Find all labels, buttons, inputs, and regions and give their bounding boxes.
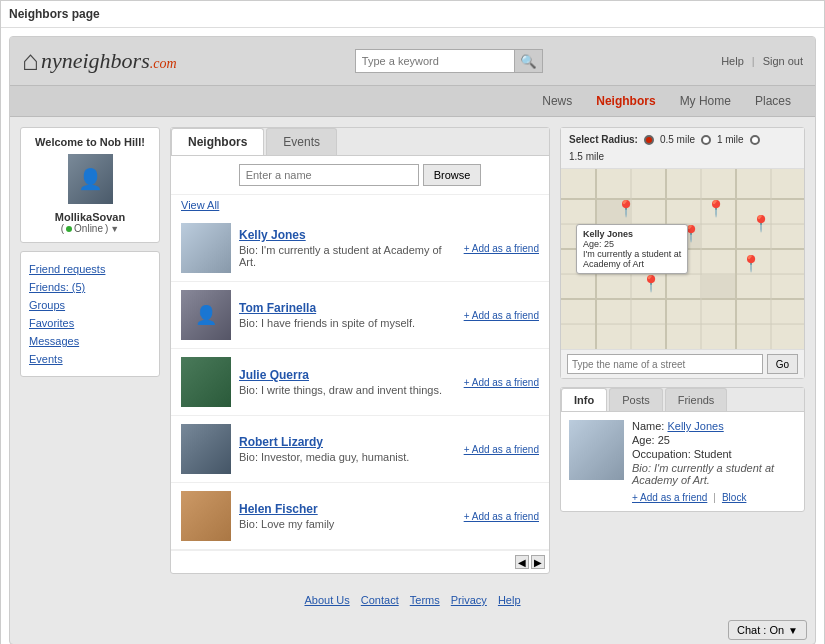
svg-text:📍: 📍	[751, 214, 771, 233]
list-item: Kelly Jones Bio: I'm currently a student…	[171, 215, 549, 282]
search-area: 🔍	[355, 49, 543, 73]
sidebar-item-events[interactable]: Events	[29, 350, 151, 368]
tab-events[interactable]: Events	[266, 128, 337, 155]
chat-button[interactable]: Chat : On ▼	[728, 620, 807, 640]
sidebar-item-friend-requests[interactable]: Friend requests	[29, 260, 151, 278]
radius-bar: Select Radius: 0.5 mile 1 mile 1.5 mile	[561, 128, 804, 169]
sidebar-item-messages[interactable]: Messages	[29, 332, 151, 350]
dropdown-arrow-icon[interactable]: ▼	[110, 224, 119, 234]
add-friend-link[interactable]: + Add as a friend	[464, 243, 539, 254]
neighbor-info: Kelly Jones Bio: I'm currently a student…	[239, 228, 456, 268]
add-friend-link[interactable]: + Add as a friend	[464, 377, 539, 388]
add-friend-link[interactable]: + Add as a friend	[464, 511, 539, 522]
list-item: Julie Querra Bio: I write things, draw a…	[171, 349, 549, 416]
sidebar-item-friends[interactable]: Friends: (5)	[29, 278, 151, 296]
scroll-right-button[interactable]: ▶	[531, 555, 545, 569]
signout-link[interactable]: Sign out	[763, 55, 803, 67]
list-item: 👤 Tom Farinella Bio: I have friends in s…	[171, 282, 549, 349]
footer-privacy[interactable]: Privacy	[451, 594, 487, 606]
map-container[interactable]: 📍 📍 📍 📍 📍 📍 📍 Kelly Jones A	[561, 169, 804, 349]
sidebar-item-groups[interactable]: Groups	[29, 296, 151, 314]
footer-help[interactable]: Help	[498, 594, 521, 606]
help-link[interactable]: Help	[721, 55, 744, 67]
neighbor-name[interactable]: Helen Fischer	[239, 502, 456, 516]
list-item: Helen Fischer Bio: Love my family + Add …	[171, 483, 549, 550]
footer-about[interactable]: About Us	[304, 594, 349, 606]
neighbor-info: Helen Fischer Bio: Love my family	[239, 502, 456, 530]
sidebar-nav: Friend requests Friends: (5) Groups Favo…	[20, 251, 160, 377]
sidebar-item-favorites[interactable]: Favorites	[29, 314, 151, 332]
header-divider: |	[752, 55, 755, 67]
map-popup: Kelly Jones Age: 25 I'm currently a stud…	[576, 224, 688, 274]
radius-radio-2[interactable]	[701, 135, 711, 145]
neighbor-bio: Bio: Love my family	[239, 518, 456, 530]
center-panel: Neighbors Events Browse View All Kelly J…	[170, 127, 550, 574]
svg-rect-16	[702, 275, 735, 298]
view-all-link[interactable]: View All	[171, 195, 549, 215]
nav-item-news[interactable]: News	[530, 86, 584, 116]
action-divider: |	[713, 492, 716, 503]
neighbor-name[interactable]: Julie Querra	[239, 368, 456, 382]
status-dot	[66, 226, 72, 232]
tab-neighbors[interactable]: Neighbors	[171, 128, 264, 155]
neighbor-info: Robert Lizardy Bio: Investor, media guy,…	[239, 435, 456, 463]
chat-bar: Chat : On ▼	[10, 616, 815, 644]
list-item: Robert Lizardy Bio: Investor, media guy,…	[171, 416, 549, 483]
neighbor-bio: Bio: Investor, media guy, humanist.	[239, 451, 456, 463]
neighbor-photo: 👤	[181, 290, 231, 340]
neighbor-name[interactable]: Robert Lizardy	[239, 435, 456, 449]
avatar: 👤	[68, 154, 113, 204]
outer-frame: ⌂ nyneighbors.com 🔍 Help | Sign out News	[9, 36, 816, 644]
browse-button[interactable]: Browse	[423, 164, 482, 186]
scroll-left-button[interactable]: ◀	[515, 555, 529, 569]
nav-item-neighbors[interactable]: Neighbors	[584, 86, 667, 116]
tab-bar: Neighbors Events	[171, 128, 549, 156]
info-photo	[569, 420, 624, 480]
map-section: Select Radius: 0.5 mile 1 mile 1.5 mile	[560, 127, 805, 379]
status-text: Online	[74, 223, 103, 234]
info-tab-info[interactable]: Info	[561, 388, 607, 411]
neighbor-bio: Bio: I write things, draw and invent thi…	[239, 384, 456, 396]
add-friend-link[interactable]: + Add as a friend	[464, 444, 539, 455]
logo-com: .com	[150, 56, 177, 71]
search-button[interactable]: 🔍	[515, 49, 543, 73]
neighbor-bio: Bio: I'm currently a student at Academy …	[239, 244, 456, 268]
footer-terms[interactable]: Terms	[410, 594, 440, 606]
map-popup-bio: I'm currently a student atAcademy of Art	[583, 249, 681, 269]
go-button[interactable]: Go	[767, 354, 798, 374]
avatar-image: 👤	[68, 154, 113, 204]
map-pin: 📍	[616, 199, 636, 218]
chat-dropdown-icon[interactable]: ▼	[788, 625, 798, 636]
info-tab-friends[interactable]: Friends	[665, 388, 728, 411]
radius-label: Select Radius:	[569, 134, 638, 145]
neighbor-name[interactable]: Tom Farinella	[239, 301, 456, 315]
svg-text:📍: 📍	[706, 199, 726, 218]
header-top: ⌂ nyneighbors.com 🔍 Help | Sign out	[10, 37, 815, 85]
info-tabs: Info Posts Friends	[561, 388, 804, 412]
info-tab-posts[interactable]: Posts	[609, 388, 663, 411]
info-person-name[interactable]: Kelly Jones	[667, 420, 723, 432]
name-input[interactable]	[239, 164, 419, 186]
info-add-friend-link[interactable]: + Add as a friend	[632, 492, 707, 503]
right-panel: Select Radius: 0.5 mile 1 mile 1.5 mile	[560, 127, 805, 574]
street-input[interactable]	[567, 354, 763, 374]
info-bio: Bio: I'm currently a student at Academy …	[632, 462, 796, 486]
nav-item-myhome[interactable]: My Home	[668, 86, 743, 116]
neighbor-photo	[181, 357, 231, 407]
svg-text:📍: 📍	[741, 254, 761, 273]
info-block-link[interactable]: Block	[722, 492, 746, 503]
radius-radio-3[interactable]	[750, 135, 760, 145]
radius-radio-1[interactable]	[644, 135, 654, 145]
search-input[interactable]	[355, 49, 515, 73]
nav-bar: News Neighbors My Home Places	[10, 85, 815, 116]
main-content: Welcome to Nob Hill! 👤 MollikaSovan ( On…	[10, 117, 815, 584]
neighbor-name[interactable]: Kelly Jones	[239, 228, 456, 242]
nav-item-places[interactable]: Places	[743, 86, 803, 116]
neighbor-list: Kelly Jones Bio: I'm currently a student…	[171, 215, 549, 550]
add-friend-link[interactable]: + Add as a friend	[464, 310, 539, 321]
logo-house-icon: ⌂	[22, 45, 39, 77]
info-panel: Info Posts Friends Name: Kelly Jones Age…	[560, 387, 805, 512]
footer-contact[interactable]: Contact	[361, 594, 399, 606]
info-occupation: Occupation: Student	[632, 448, 796, 460]
logo-area: ⌂ nyneighbors.com	[22, 45, 177, 77]
